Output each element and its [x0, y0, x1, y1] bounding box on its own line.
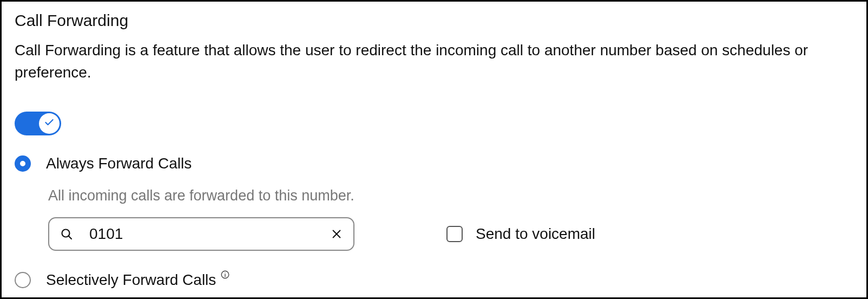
radio-always-forward[interactable] [15, 155, 31, 172]
forward-input-row: Send to voicemail [48, 217, 853, 251]
always-forward-details: All incoming calls are forwarded to this… [15, 187, 853, 251]
page-description: Call Forwarding is a feature that allows… [15, 40, 853, 83]
forward-number-box [48, 217, 354, 251]
check-icon [44, 117, 55, 130]
call-forwarding-panel: Call Forwarding Call Forwarding is a fea… [0, 0, 868, 299]
send-to-voicemail-checkbox[interactable] [446, 226, 463, 242]
svg-line-1 [69, 236, 72, 239]
send-to-voicemail-label: Send to voicemail [476, 225, 595, 243]
option-always-forward: Always Forward Calls [15, 155, 853, 172]
page-title: Call Forwarding [15, 11, 853, 30]
option-selectively-forward: Selectively Forward Calls [15, 271, 853, 289]
clear-icon[interactable] [331, 228, 343, 240]
toggle-knob [39, 113, 60, 134]
always-forward-description: All incoming calls are forwarded to this… [48, 187, 853, 204]
call-forwarding-toggle[interactable] [15, 112, 61, 135]
radio-selectively-forward[interactable] [15, 272, 31, 288]
send-to-voicemail-group: Send to voicemail [446, 225, 595, 243]
radio-label-always: Always Forward Calls [46, 155, 192, 172]
radio-label-selective: Selectively Forward Calls [46, 271, 216, 289]
radio-label-selective-group: Selectively Forward Calls [46, 271, 230, 289]
info-icon[interactable] [220, 270, 230, 280]
svg-point-6 [225, 272, 226, 273]
forward-number-input[interactable] [89, 225, 331, 243]
search-icon [60, 227, 73, 240]
